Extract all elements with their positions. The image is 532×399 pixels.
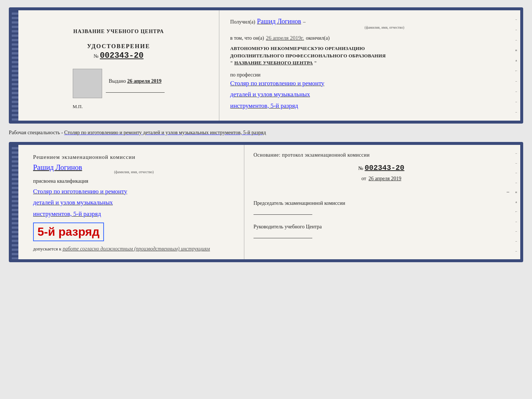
top-card-right: Получил(а) Рашид Логинов – (фамилия, имя… bbox=[219, 10, 520, 121]
center-head-block: Руководитель учебного Центра bbox=[254, 224, 509, 238]
name-hint-top: (фамилия, имя, отчество) bbox=[260, 25, 509, 29]
left-binding-strip-bottom bbox=[12, 145, 18, 260]
profession-line2: деталей и узлов музыкальных bbox=[230, 89, 509, 100]
profession-label: по профессии bbox=[230, 72, 509, 78]
cert-number: 002343-20 bbox=[100, 51, 144, 60]
org-block: АВТОНОМНУЮ НЕКОММЕРЧЕСКУЮ ОРГАНИЗАЦИЮ ДО… bbox=[230, 45, 509, 67]
bottom-left-section: Выдано 26 апреля 2019 М.П. bbox=[73, 69, 165, 110]
recipient-name: Рашид Логинов bbox=[257, 18, 301, 25]
allowed-prefix: допускается к bbox=[33, 246, 61, 252]
right-edge-labels-bottom: – – – – и а ← – – – – bbox=[512, 145, 520, 260]
bottom-card-right: Основание: протокол экзаменационной коми… bbox=[244, 145, 520, 260]
issued-line: Выдано 26 апреля 2019 bbox=[106, 78, 165, 84]
profession-block: по профессии Столяр по изготовлению и ре… bbox=[230, 72, 509, 112]
center-head-title: Руководитель учебного Центра bbox=[254, 224, 509, 230]
qual-line3: инструментов, 5-й разряд bbox=[33, 209, 235, 220]
decision-title: Решением экзаменационной комиссии bbox=[33, 154, 235, 160]
seal-row: Выдано 26 апреля 2019 bbox=[73, 69, 165, 98]
commission-block: Председатель экзаменационной комиссии bbox=[254, 200, 509, 215]
rank-box: 5-й разряд bbox=[33, 222, 104, 241]
between-text-static: Рабочая специальность - bbox=[9, 130, 64, 135]
completed-prefix: в том, что он(а) bbox=[230, 35, 264, 41]
top-card-left: НАЗВАНИЕ УЧЕБНОГО ЦЕНТРА УДОСТОВЕРЕНИЕ №… bbox=[18, 10, 219, 121]
commission-title: Председатель экзаменационной комиссии bbox=[254, 200, 509, 206]
cert-label: УДОСТОВЕРЕНИЕ bbox=[87, 43, 150, 50]
top-document-card: НАЗВАНИЕ УЧЕБНОГО ЦЕНТРА УДОСТОВЕРЕНИЕ №… bbox=[9, 7, 523, 124]
page-wrapper: НАЗВАНИЕ УЧЕБНОГО ЦЕНТРА УДОСТОВЕРЕНИЕ №… bbox=[9, 7, 523, 262]
org-name: НАЗВАНИЕ УЧЕБНОГО ЦЕНТРА bbox=[234, 60, 313, 65]
dash-right: – bbox=[254, 189, 509, 195]
between-text-profession: Столяр по изготовлению и ремонту деталей… bbox=[64, 130, 266, 135]
cert-block: УДОСТОВЕРЕНИЕ № 002343-20 bbox=[87, 43, 150, 60]
issued-date: 26 апреля 2019 bbox=[127, 78, 161, 84]
completed-label: окончил(а) bbox=[306, 35, 330, 41]
cert-number-line: № 002343-20 bbox=[87, 51, 150, 60]
between-label: Рабочая специальность - Столяр по изгото… bbox=[9, 127, 523, 138]
recipient-line: Получил(а) Рашид Логинов – bbox=[230, 18, 509, 25]
received-label: Получил(а) bbox=[230, 19, 255, 25]
basis-title: Основание: протокол экзаменационной коми… bbox=[254, 152, 509, 158]
qualification-block: Столяр по изготовлению и ремонту деталей… bbox=[33, 186, 235, 220]
assigned-label: присвоена квалификация bbox=[33, 178, 235, 184]
center-head-sig-line bbox=[254, 232, 312, 238]
left-binding-strip bbox=[12, 10, 18, 121]
protocol-number: 002343-20 bbox=[365, 164, 405, 172]
cert-number-prefix: № bbox=[94, 53, 98, 59]
allowed-line: допускается к работе согласно должностны… bbox=[33, 246, 235, 252]
issued-block: Выдано 26 апреля 2019 bbox=[106, 73, 165, 95]
mp-label: М.П. bbox=[73, 104, 83, 110]
signature-line-left bbox=[106, 86, 165, 93]
profession-line3: инструментов, 5-й разряд bbox=[230, 100, 509, 112]
qual-line2: деталей и узлов музыкальных bbox=[33, 197, 235, 209]
protocol-number-block: № 002343-20 bbox=[254, 164, 509, 172]
protocol-number-prefix: № bbox=[358, 165, 363, 171]
org-quote-close: " bbox=[314, 60, 317, 65]
allowed-text: работе согласно должностным (производств… bbox=[62, 246, 210, 252]
completed-line: в том, что он(а) 26 апреля 2019г. окончи… bbox=[230, 35, 509, 41]
bottom-person-name: Рашид Логинов (фамилия, имя, отчество) bbox=[33, 163, 235, 174]
date-prefix: от bbox=[362, 176, 366, 181]
issued-label: Выдано bbox=[109, 78, 126, 84]
org-quote-open: " bbox=[230, 60, 233, 65]
dash1: – bbox=[303, 19, 306, 25]
org-name-line: " НАЗВАНИЕ УЧЕБНОГО ЦЕНТРА " bbox=[230, 59, 509, 67]
rank-text: 5-й разряд bbox=[37, 225, 100, 238]
profession-line1: Столяр по изготовлению и ремонту bbox=[230, 78, 509, 89]
commission-sig-line bbox=[254, 208, 312, 215]
qual-line1: Столяр по изготовлению и ремонту bbox=[33, 186, 235, 197]
seal-placeholder bbox=[73, 69, 102, 98]
completed-date: 26 апреля 2019г. bbox=[266, 35, 304, 41]
protocol-date-line: от 26 апреля 2019 bbox=[254, 176, 509, 182]
school-name-top: НАЗВАНИЕ УЧЕБНОГО ЦЕНТРА bbox=[73, 29, 164, 35]
org-line1: АВТОНОМНУЮ НЕКОММЕРЧЕСКУЮ ОРГАНИЗАЦИЮ bbox=[230, 45, 509, 52]
bottom-document-card: Решением экзаменационной комиссии Рашид … bbox=[9, 142, 523, 263]
org-line2: ДОПОЛНИТЕЛЬНОГО ПРОФЕССИОНАЛЬНОГО ОБРАЗО… bbox=[230, 52, 509, 60]
protocol-date-val: 26 апреля 2019 bbox=[369, 176, 401, 181]
bottom-card-left: Решением экзаменационной комиссии Рашид … bbox=[18, 145, 244, 260]
bottom-name: Рашид Логинов bbox=[33, 163, 82, 171]
right-edge-labels-top: – – – и а ← – – – – bbox=[512, 10, 520, 121]
